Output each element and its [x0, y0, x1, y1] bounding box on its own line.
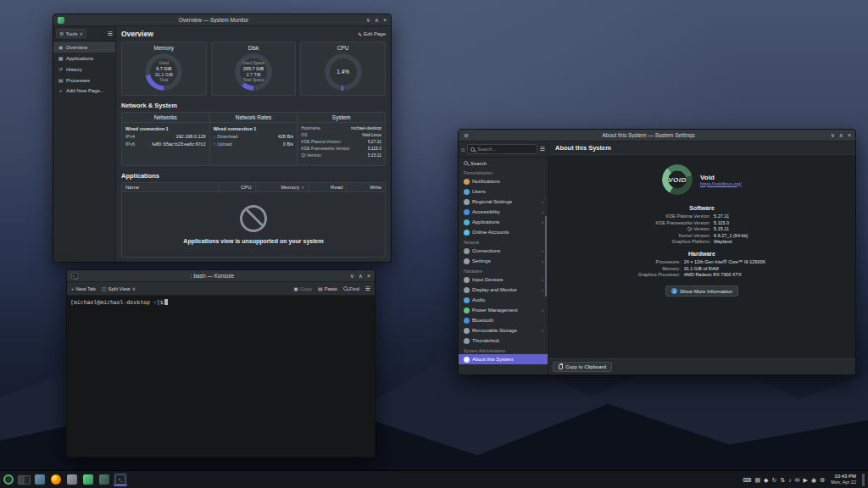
settings-item-applications[interactable]: Applications ›: [459, 217, 548, 227]
column-header-name[interactable]: Name: [122, 183, 220, 191]
konsole-toolbar: + New Tab ◫ Split View ∨ ▣ Copy ▤ Paste …: [67, 282, 375, 296]
taskbar-text-editor[interactable]: [65, 473, 79, 486]
no-entry-icon: [240, 205, 267, 232]
home-icon[interactable]: ⌂: [461, 147, 465, 152]
settings-item-input-devices[interactable]: Input Devices ›: [459, 274, 548, 285]
settings-item-audio[interactable]: Audio: [459, 295, 548, 305]
search-box[interactable]: [467, 144, 537, 154]
clock[interactable]: 10:43 PM Mon, Apr 22: [831, 474, 856, 485]
sidebar-scrollbar[interactable]: [545, 216, 547, 297]
tools-dropdown-button[interactable]: ⚙ Tools ∨: [56, 29, 86, 38]
dropdown-icon: ∨: [79, 30, 82, 36]
settings-item-bluetooth[interactable]: Bluetooth: [459, 315, 548, 325]
app-launcher-button[interactable]: [2, 473, 15, 486]
maximize-icon[interactable]: ∧: [839, 132, 843, 138]
copy-button[interactable]: ▣ Copy: [293, 286, 312, 291]
taskbar-system-monitor[interactable]: [81, 473, 95, 486]
show-more-information-button[interactable]: i Show More Information: [665, 286, 738, 297]
network-icon[interactable]: ⇅: [780, 477, 785, 483]
settings-item-notifications[interactable]: Notifications: [459, 176, 548, 186]
mail-icon[interactable]: ✉: [795, 477, 800, 483]
column-header-memory[interactable]: Memory∨: [256, 183, 309, 191]
settings-item-about-this-system[interactable]: About this System: [459, 354, 548, 364]
sysmon-titlebar[interactable]: Overview — System Monitor ∨ ∧ ×: [53, 14, 391, 26]
minimize-icon[interactable]: ∨: [366, 17, 370, 23]
sidebar-item-add-new-page[interactable]: + Add New Page...: [53, 86, 115, 96]
minimize-icon[interactable]: ∨: [831, 132, 835, 138]
applications-icon: ▦: [58, 55, 64, 61]
settings-item-thunderbolt[interactable]: Thunderbolt: [459, 336, 548, 346]
void-logo: VOID: [662, 164, 693, 195]
settings-item-network-settings[interactable]: Settings ›: [459, 256, 548, 266]
close-icon[interactable]: ×: [367, 273, 370, 279]
edit-page-button[interactable]: ✎ Edit Page: [358, 31, 386, 37]
hamburger-menu-icon[interactable]: ☰: [108, 30, 113, 37]
settings-item-online-accounts[interactable]: Online Accounts: [459, 227, 548, 237]
update-icon[interactable]: ↻: [771, 477, 776, 483]
taskbar-gimp[interactable]: [97, 473, 111, 486]
clipboard-icon[interactable]: ▤: [754, 477, 760, 483]
sidebar-item-applications[interactable]: ▦ Applications: [53, 53, 115, 64]
sidebar-item-overview[interactable]: ◉ Overview: [53, 42, 115, 53]
online-accounts-icon: [464, 230, 470, 236]
settings-item-search[interactable]: Search: [459, 158, 548, 168]
hamburger-menu-icon[interactable]: ☰: [540, 146, 545, 152]
search-input[interactable]: [477, 147, 533, 152]
plus-icon: +: [58, 88, 64, 93]
shell-prompt: [michael@michael-desktop ~]$: [70, 299, 164, 306]
terminal-area[interactable]: [michael@michael-desktop ~]$: [67, 296, 375, 457]
minimize-icon[interactable]: ∨: [350, 273, 354, 279]
maximize-icon[interactable]: ∧: [375, 17, 379, 23]
void-logo-icon: [3, 474, 14, 485]
usb-icon: [464, 328, 470, 334]
vault-icon[interactable]: ◆: [764, 477, 768, 483]
close-icon[interactable]: ×: [383, 17, 387, 23]
settings-item-display-and-monitor[interactable]: Display and Monitor ›: [459, 285, 548, 295]
taskbar-konsole[interactable]: >_: [114, 473, 127, 486]
settings-tray-icon[interactable]: ⚙: [820, 477, 825, 483]
settings-item-power-management[interactable]: Power Management ›: [459, 305, 548, 315]
network-system-panel: Networks Wired connection 1 IPv4192.168.…: [121, 112, 386, 166]
settings-item-removable-storage[interactable]: Removable Storage ›: [459, 325, 548, 336]
settings-item-accessibility[interactable]: Accessibility ›: [459, 207, 548, 217]
taskbar: >_ ⌨ ▤ ◆ ↻ ⇅ ♪ ✉ ▶ ◉ ⚙ 10:43 PM Mon, Apr…: [0, 470, 868, 488]
history-icon: ↺: [58, 66, 64, 72]
settings-sidebar: ⌂ ☰ Search Personalization Notifications: [459, 141, 548, 374]
find-button[interactable]: Find: [343, 286, 359, 291]
taskbar-firefox[interactable]: [49, 473, 63, 486]
settings-item-regional-settings[interactable]: Regional Settings ›: [459, 197, 548, 207]
screenshare-icon[interactable]: ◉: [811, 477, 816, 483]
pencil-icon: ✎: [358, 31, 362, 37]
hamburger-menu-icon[interactable]: ☰: [365, 286, 370, 292]
media-icon[interactable]: ▶: [804, 477, 808, 483]
text-editor-icon: [67, 474, 77, 485]
column-header-cpu[interactable]: CPU: [220, 183, 255, 191]
settings-item-connections[interactable]: Connections ›: [459, 246, 548, 256]
paste-button[interactable]: ▤ Paste: [318, 286, 337, 291]
column-header-write[interactable]: Write: [347, 183, 385, 191]
konsole-titlebar[interactable]: >_ : bash — Konsole ∨ ∧ ×: [67, 270, 375, 282]
sidebar-item-processes[interactable]: ▤ Processes: [53, 75, 115, 86]
close-icon[interactable]: ×: [848, 132, 851, 138]
taskbar-file-manager[interactable]: [33, 473, 47, 486]
chevron-right-icon: ›: [542, 258, 543, 263]
column-header-read[interactable]: Read: [309, 183, 348, 191]
copy-to-clipboard-button[interactable]: Copy to Clipboard: [553, 362, 612, 372]
show-desktop-button[interactable]: [862, 474, 865, 486]
new-tab-button[interactable]: + New Tab: [71, 286, 96, 291]
distro-link[interactable]: https://voidlinux.org/: [700, 181, 742, 186]
section-header-personalization: Personalization: [459, 168, 548, 176]
settings-item-users[interactable]: Users: [459, 186, 548, 197]
maximize-icon[interactable]: ∧: [359, 273, 363, 279]
sidebar-item-history[interactable]: ↺ History: [53, 64, 115, 75]
settings-titlebar[interactable]: ⚙ About this System — System Settings ∨ …: [459, 130, 855, 141]
split-view-button[interactable]: ◫ Split View ∨: [102, 286, 136, 291]
monitor-icon: [464, 287, 470, 293]
file-manager-icon: [35, 474, 45, 485]
sidebar-item-label: History: [66, 67, 82, 72]
memory-card-title: Memory: [154, 45, 174, 51]
input-method-icon[interactable]: ⌨: [743, 477, 751, 483]
virtual-desktop-pager[interactable]: [18, 475, 31, 485]
system-settings-window: ⚙ About this System — System Settings ∨ …: [458, 129, 856, 375]
volume-icon[interactable]: ♪: [788, 477, 792, 483]
